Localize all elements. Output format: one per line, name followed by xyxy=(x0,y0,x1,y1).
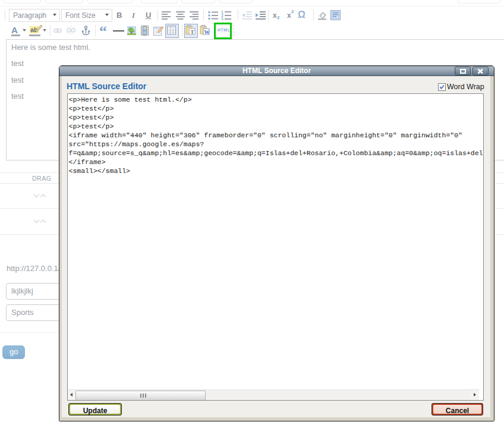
svg-text:T: T xyxy=(191,29,194,35)
svg-text:3: 3 xyxy=(221,17,223,20)
svg-text:W: W xyxy=(204,29,210,35)
